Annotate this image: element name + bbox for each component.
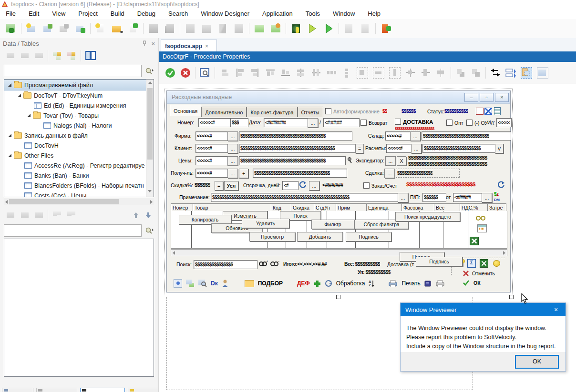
document-icon[interactable] [494,107,501,115]
opt-checkbox[interactable] [446,120,453,126]
sign2-button[interactable]: Подпись [416,257,463,266]
page-forward-icon[interactable] [359,22,371,35]
page-back-icon[interactable] [343,22,355,35]
menu-file[interactable]: File [6,10,16,17]
pin-icon[interactable] [142,40,147,46]
lightning-icon[interactable] [216,22,229,35]
edit-table-icon[interactable] [19,51,30,60]
align-top-icon[interactable] [265,68,276,78]
spread-vertical-icon[interactable] [341,68,352,78]
process-icon[interactable] [325,280,332,287]
ou-checkbox[interactable] [466,120,473,126]
dialog-ok-button[interactable]: OK [515,355,559,369]
poluchatel-code-field[interactable]: <<<<<# [195,169,228,178]
bottom-tab-stub[interactable] [2,388,33,392]
filter-button[interactable]: Фильтр [311,220,354,229]
poluchatel-name-field[interactable]: $$$$$$$$$$$$$$$$$$$$$$$$$$$$$$$$ [253,169,347,178]
raschety-name-field[interactable]: $$$$$$$$$$$$$$$$$$$$$$$$ [422,144,496,153]
obrabotka-label[interactable]: Обработка [336,280,365,287]
add-file-icon[interactable] [127,22,139,35]
tree-item[interactable]: Tovar (Tov) - Товары [4,111,154,121]
tab-fsopdocs-app[interactable]: fsopdocs.app × [161,40,217,52]
tree-item[interactable]: Просматриваемый файл [4,80,154,90]
printer-color-icon[interactable] [388,280,398,287]
tseny-name-field[interactable]: $$$$$$$$$$$$$$$$$$$$$$$$$$$$$$$$$$$$ [239,156,346,165]
send-backward-icon[interactable] [471,68,481,78]
time-field[interactable]: <#:##:## [323,118,360,127]
poluchatel-plus-button[interactable]: + [239,169,248,178]
find-prev-icon[interactable]: − [270,260,279,267]
split-view-icon[interactable] [85,51,96,60]
sign-button[interactable]: Подпись [346,232,391,241]
form-tab-main[interactable]: Основная [170,105,201,116]
run-icon[interactable] [322,22,335,35]
excel-icon[interactable] [480,259,488,268]
cancel-icon[interactable] [180,68,191,78]
compile-icon[interactable] [184,22,196,35]
sklad-code-field[interactable]: <<<<<# [385,131,411,141]
save-all-icon[interactable] [164,22,176,35]
search-icon[interactable] [144,67,154,75]
pp-ellipsis-button[interactable]: ... [482,193,492,202]
menu-tools[interactable]: Tools [306,10,320,17]
pechat-label[interactable]: Печать [401,280,420,287]
poluchatel-ellipsis-button[interactable]: ... [227,169,238,178]
folder-icon[interactable] [245,280,254,287]
move-down-icon[interactable] [145,212,151,219]
pp-date-field[interactable]: <#/##/## [453,193,483,202]
id-field[interactable]: <<<<<<# [496,118,512,127]
tree-vscrollbar[interactable] [146,80,154,197]
klient-ellipsis-button[interactable]: ... [227,144,238,153]
data-ellipsis-button[interactable]: ... [308,118,318,128]
form-close-button[interactable]: × [495,93,509,102]
nomer2-field[interactable]: $$$ [230,118,248,127]
tree-item[interactable]: DocTovT - DTovT:keyNum [4,90,154,101]
menu-build[interactable]: Build [111,10,124,17]
form-titlebar[interactable]: Расходные накладные – ▫ × [167,91,510,104]
center-horizontally-icon[interactable] [421,68,431,78]
form-minimize-button[interactable]: – [464,93,478,102]
tree-item[interactable]: Ed (Ed) - Единицы измерения [4,101,154,111]
center-in-window-icon[interactable] [405,68,416,78]
skidka-equals-button[interactable]: = [215,181,223,191]
primechanie-ellipsis-button[interactable]: ... [398,193,408,202]
align-bottom-icon[interactable] [280,68,291,78]
footer-search-field[interactable]: $$$$$$$$$$$$$$$$ [194,260,257,269]
klient-code-field[interactable]: <<<<<# [195,144,228,153]
delete-table-icon[interactable] [33,51,44,60]
search-icon[interactable] [144,227,154,234]
printer2-icon[interactable] [436,280,444,287]
center-vertically-icon[interactable] [436,68,446,78]
run-disabled-icon[interactable] [233,22,245,35]
tree-item[interactable]: Other Files [4,151,154,161]
find-next-icon[interactable]: + [258,260,268,267]
klient-name-field[interactable]: $$$$$$$$$$$$$$$$$$$$$$$$$$$$$$$$$$$$$$$$ [239,144,356,153]
edit-column-icon[interactable] [19,211,30,220]
form-tab-additional[interactable]: Дополнительно [201,107,247,117]
bottom-tab-stub[interactable] [80,388,125,392]
firma-name-field[interactable]: $$$$$$$$$$$$$$$$$$$$$$$$$$$$$$$$$$$$ [239,131,352,141]
new-window-icon[interactable] [25,22,38,35]
tree-filter-input[interactable] [4,65,142,77]
glasses-icon[interactable] [475,215,486,221]
plus-icon[interactable] [314,280,321,287]
otsrochka-ellipsis-button[interactable]: ... [309,181,319,191]
firma-ellipsis-button[interactable]: ... [227,131,238,141]
vozvrat-checkbox[interactable] [360,120,367,126]
firma-code-field[interactable]: <<<<<# [195,131,228,141]
wordpad-icon[interactable] [477,224,487,232]
resize-handle-bottom[interactable] [336,295,340,299]
form-maximize-button[interactable]: ▫ [480,93,494,102]
book-print-icon[interactable] [424,280,432,287]
center-vertical-icon[interactable] [311,68,321,78]
generate-app-icon[interactable] [5,22,17,35]
primechanie-field[interactable]: $$$$$$$$$$$$$$$$$$$$$$$$$$$$$$$$$$$$$$$$… [211,193,399,202]
pp-field[interactable]: $$$$$$ [422,193,446,202]
dictionary-icon[interactable] [253,22,266,35]
podbor-label[interactable]: ПОДБОР [258,280,283,287]
menu-view[interactable]: View [52,10,65,17]
align-left-icon[interactable] [235,68,245,78]
equals-button[interactable]: = [355,144,364,153]
menu-help[interactable]: Help [368,10,381,17]
sklad-ellipsis-button[interactable]: ... [410,131,421,141]
